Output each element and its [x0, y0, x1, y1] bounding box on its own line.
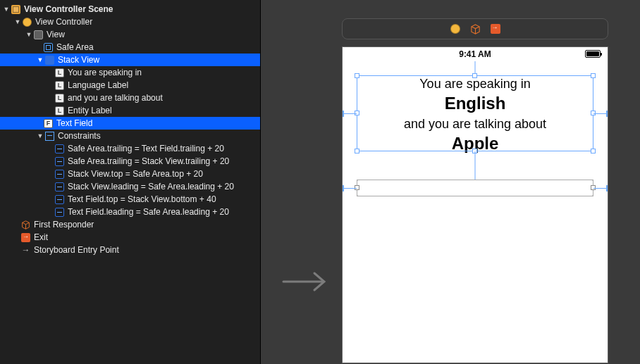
- label-icon: L: [55, 94, 64, 103]
- document-outline[interactable]: ▼ View Controller Scene ▼ View Controlle…: [0, 0, 261, 364]
- first-responder-icon[interactable]: [470, 24, 481, 34]
- constraint-guide: [475, 61, 476, 75]
- text-field-preview[interactable]: [357, 180, 593, 196]
- storyboard-canvas[interactable]: 9:41 AM You are speaking in English and …: [261, 0, 640, 364]
- constraint-row[interactable]: Safe Area.trailing = Text Field.trailing…: [0, 142, 260, 155]
- text-field-icon: F: [44, 119, 53, 128]
- constraint-guide: [343, 113, 357, 114]
- view-controller-label: View Controller: [35, 17, 92, 27]
- view-controller-icon: [23, 18, 32, 27]
- entry-point-row[interactable]: → Storyboard Entry Point: [0, 244, 260, 256]
- view-row[interactable]: ▼ View: [0, 28, 260, 41]
- label-icon: L: [55, 81, 64, 90]
- label-text: Language Label: [68, 80, 128, 90]
- constraint-text: Text Field.top = Stack View.bottom + 40: [68, 194, 216, 204]
- battery-icon: [585, 50, 601, 58]
- view-controller-row[interactable]: ▼ View Controller: [0, 15, 260, 28]
- constraint-icon: [55, 144, 64, 153]
- constraint-text: Stack View.leading = Safe Area.leading +…: [68, 182, 234, 192]
- device-frame: 9:41 AM You are speaking in English and …: [342, 18, 608, 363]
- constraint-anchor: [606, 185, 608, 192]
- stack-view-label: Stack View: [58, 55, 99, 65]
- constraints-icon: [45, 132, 54, 141]
- label-preview[interactable]: You are speaking in: [357, 75, 593, 92]
- constraint-text: Safe Area.trailing = Stack View.trailing…: [68, 156, 229, 166]
- stack-view-row[interactable]: ▼ Stack View: [0, 54, 260, 66]
- status-bar: 9:41 AM: [343, 47, 608, 61]
- label-preview[interactable]: and you are talking about: [357, 115, 593, 132]
- safe-area-label: Safe Area: [56, 42, 94, 52]
- text-field-label: Text Field: [56, 118, 92, 128]
- exit-icon[interactable]: [491, 24, 500, 34]
- constraint-row[interactable]: Safe Area.trailing = Stack View.trailing…: [0, 155, 260, 168]
- label-row[interactable]: L You are speaking in: [0, 66, 260, 79]
- exit-icon: [21, 233, 30, 242]
- scene-label: View Controller Scene: [24, 4, 113, 14]
- label-text: and you are talking about: [68, 93, 163, 103]
- label-row[interactable]: L Language Label: [0, 79, 260, 92]
- view-controller-icon[interactable]: [450, 24, 460, 34]
- constraints-row[interactable]: ▼ Constraints: [0, 130, 260, 142]
- text-field-row[interactable]: F Text Field: [0, 117, 260, 130]
- view-icon: [34, 30, 43, 39]
- constraint-guide: [343, 188, 357, 189]
- constraint-icon: [55, 195, 64, 204]
- constraints-label: Constraints: [58, 131, 101, 141]
- stack-view-preview[interactable]: You are speaking in English and you are …: [357, 75, 593, 155]
- disclosure-triangle-icon[interactable]: ▼: [37, 132, 44, 139]
- disclosure-triangle-icon[interactable]: ▼: [25, 31, 32, 38]
- label-text: Entity Label: [68, 106, 112, 115]
- first-responder-icon: [21, 220, 30, 230]
- scene-titlebar[interactable]: [342, 18, 608, 39]
- constraint-row[interactable]: Stack View.top = Safe Area.top + 20: [0, 168, 260, 180]
- constraint-text: Safe Area.trailing = Text Field.trailing…: [68, 144, 224, 153]
- first-responder-label: First Responder: [34, 220, 94, 230]
- safe-area-icon: [44, 43, 53, 52]
- constraint-row[interactable]: Stack View.leading = Safe Area.leading +…: [0, 180, 260, 193]
- constraint-row[interactable]: Text Field.top = Stack View.bottom + 40: [0, 193, 260, 206]
- disclosure-triangle-icon[interactable]: ▼: [14, 18, 21, 25]
- entry-point-label: Storyboard Entry Point: [34, 245, 119, 255]
- constraint-guide: [593, 113, 608, 114]
- view-label: View: [47, 30, 65, 39]
- language-label-preview[interactable]: English: [357, 92, 593, 115]
- status-time: 9:41 AM: [459, 49, 491, 59]
- constraint-guide: [475, 151, 476, 180]
- constraint-text: Stack View.top = Safe Area.top + 20: [68, 169, 203, 179]
- label-row[interactable]: L and you are talking about: [0, 92, 260, 104]
- constraint-icon: [55, 182, 64, 192]
- label-icon: L: [55, 68, 64, 77]
- constraint-anchor: [343, 111, 344, 117]
- exit-label: Exit: [34, 232, 48, 242]
- constraint-row[interactable]: Text Field.leading = Safe Area.leading +…: [0, 206, 260, 218]
- constraint-text: Text Field.leading = Safe Area.leading +…: [68, 207, 229, 217]
- first-responder-row[interactable]: First Responder: [0, 218, 260, 231]
- constraint-icon: [55, 208, 64, 217]
- label-text: You are speaking in: [68, 68, 142, 77]
- scene-icon: [11, 5, 20, 14]
- scene-row[interactable]: ▼ View Controller Scene: [0, 3, 260, 15]
- disclosure-triangle-icon[interactable]: ▼: [37, 56, 44, 63]
- constraint-icon: [55, 170, 64, 179]
- constraint-anchor: [606, 111, 608, 117]
- label-icon: L: [55, 106, 64, 115]
- constraint-guide: [593, 188, 608, 189]
- entry-point-icon: →: [21, 246, 30, 255]
- constraint-anchor: [343, 185, 344, 192]
- safe-area-row[interactable]: Safe Area: [0, 41, 260, 54]
- device-preview[interactable]: 9:41 AM You are speaking in English and …: [342, 46, 608, 363]
- constraint-icon: [55, 157, 64, 166]
- exit-row[interactable]: Exit: [0, 231, 260, 244]
- label-row[interactable]: L Entity Label: [0, 104, 260, 117]
- entry-arrow-icon: [282, 268, 331, 298]
- disclosure-triangle-icon[interactable]: ▼: [3, 6, 10, 13]
- stack-view-icon: [45, 56, 54, 65]
